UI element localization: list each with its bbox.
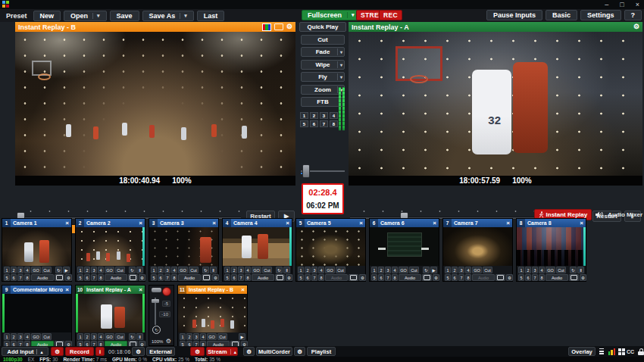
input-btn-3[interactable]: 3 — [91, 267, 97, 273]
input-btn-cut[interactable]: Cut — [336, 267, 345, 273]
input-title-bar[interactable]: 5Camera 5× — [296, 219, 365, 227]
input-btn-3[interactable]: 3 — [238, 267, 244, 273]
loop-button[interactable]: ↻ — [276, 267, 283, 273]
gear-button[interactable]: ⚙ — [65, 274, 72, 281]
input-thumbnail[interactable] — [149, 227, 218, 266]
gear-button[interactable]: ⚙ — [433, 274, 439, 281]
help-button[interactable]: ? — [624, 10, 642, 20]
input-btn-5[interactable]: 5 — [151, 274, 157, 281]
audio-button[interactable]: Audio — [31, 274, 54, 281]
close-input-button[interactable]: × — [286, 220, 289, 226]
input-title-bar[interactable]: 4Camera 4× — [223, 219, 292, 227]
input-btn-8[interactable]: 8 — [465, 274, 471, 281]
input-thumbnail[interactable] — [443, 227, 512, 266]
input-thumbnail[interactable] — [296, 227, 365, 266]
chevron-down-icon[interactable]: ▾ — [180, 13, 187, 19]
input-btn-5[interactable]: 5 — [371, 274, 377, 281]
input-btn-cut[interactable]: Cut — [556, 267, 566, 273]
audio-button[interactable]: Audio — [105, 274, 127, 281]
headphones-knob[interactable]: ↻ — [152, 326, 161, 334]
input-btn-1[interactable]: 1 — [298, 267, 304, 273]
input-thumbnail[interactable] — [223, 227, 292, 266]
input-btn-1[interactable]: 1 — [77, 267, 83, 273]
fullscreen-button[interactable]: Fullscreen▾ — [302, 10, 361, 20]
audio-button[interactable]: Audio — [178, 274, 201, 281]
external-settings-gear-button[interactable]: ⚙ — [132, 347, 145, 356]
input-btn-3[interactable]: 3 — [532, 267, 538, 273]
input-btn-3[interactable]: 3 — [193, 333, 199, 340]
audio-levels-icon[interactable] — [607, 347, 617, 356]
input-title-bar[interactable]: 8Camera 8× — [517, 219, 586, 227]
input-btn-go[interactable]: GO — [31, 267, 41, 273]
pause-button[interactable]: Ⅱ — [136, 267, 143, 273]
monitor-button[interactable] — [496, 274, 505, 281]
input-btn-6[interactable]: 6 — [525, 274, 531, 281]
gear-button[interactable]: ⚙ — [580, 274, 586, 281]
pause-button[interactable]: Ⅱ — [283, 267, 290, 273]
basic-button[interactable]: Basic — [546, 10, 577, 20]
input-tile-10[interactable]: 10Instant Replay - A×1234GOCut↻Ⅱ5678Audi… — [75, 285, 145, 348]
input-tile-1[interactable]: 1Camera 1×1234GOCut↻▶5678Audio⚙ — [2, 218, 72, 282]
input-btn-2[interactable]: 2 — [186, 333, 192, 340]
input-btn-5[interactable]: 5 — [518, 274, 524, 281]
multicorder-button[interactable]: MultiCorder — [256, 347, 292, 356]
input-btn-6[interactable]: 6 — [158, 274, 164, 281]
input-btn-1[interactable]: 1 — [4, 267, 10, 273]
number-button[interactable]: 8 — [330, 120, 338, 127]
speaker-icon[interactable] — [596, 211, 604, 218]
input-btn-5[interactable]: 5 — [298, 274, 304, 281]
input-btn-4[interactable]: 4 — [24, 267, 30, 273]
close-input-button[interactable]: × — [433, 220, 436, 226]
preview-b-video[interactable] — [15, 32, 295, 176]
loop-button[interactable]: ↻ — [202, 267, 209, 273]
play-button[interactable]: ▶ — [63, 267, 70, 273]
input-tile-4[interactable]: 4Camera 4×1234GOCut↻Ⅱ5678Audio⚙ — [222, 218, 292, 282]
input-btn-5[interactable]: 5 — [4, 274, 10, 281]
loop-button[interactable]: ↻ — [129, 267, 136, 273]
input-btn-6[interactable]: 6 — [84, 274, 90, 281]
audio-button[interactable]: Audio — [252, 274, 274, 281]
input-btn-1[interactable]: 1 — [77, 333, 83, 340]
lock-icon[interactable] — [635, 347, 643, 356]
input-btn-cut[interactable]: Cut — [483, 267, 492, 273]
input-btn-4[interactable]: 4 — [171, 267, 177, 273]
stream-button[interactable]: Stream▴ — [206, 347, 238, 356]
audio-button[interactable]: Audio — [472, 274, 495, 281]
gear-icon[interactable]: ⚙ — [286, 23, 292, 30]
input-btn-cut[interactable]: Cut — [189, 267, 199, 273]
input-btn-go[interactable]: GO — [31, 333, 41, 340]
close-input-button[interactable]: × — [65, 287, 69, 293]
input-btn-8[interactable]: 8 — [24, 274, 30, 281]
gear-button[interactable]: ⚙ — [359, 274, 366, 281]
input-btn-2[interactable]: 2 — [158, 267, 164, 273]
input-btn-go[interactable]: GO — [178, 267, 188, 273]
chevron-down-icon[interactable]: ▾ — [337, 73, 342, 80]
input-btn-4[interactable]: 4 — [318, 267, 324, 273]
overlay-button[interactable]: Overlay — [568, 347, 596, 356]
stream-settings-gear-button[interactable]: ⚙ — [190, 347, 205, 356]
close-input-button[interactable]: × — [580, 220, 583, 226]
number-button[interactable]: 6 — [310, 120, 318, 127]
chevron-down-icon[interactable]: ▾ — [347, 12, 355, 18]
multicorder-gear-button[interactable]: ⚙ — [243, 347, 255, 356]
fly-button[interactable]: Fly▾ — [301, 72, 345, 82]
settings-button[interactable]: Settings — [580, 10, 621, 20]
open-button[interactable]: Open▾ — [64, 11, 107, 21]
number-button[interactable]: 5 — [300, 120, 308, 127]
play-button[interactable]: ▶ — [430, 267, 437, 273]
input-tile-5[interactable]: 5Camera 5×1234GOCut5678Audio⚙ — [295, 218, 366, 282]
input-thumbnail[interactable] — [178, 294, 247, 332]
pause-button[interactable]: Ⅱ — [577, 267, 584, 273]
chevron-down-icon[interactable]: ▾ — [337, 61, 342, 68]
audio-button[interactable]: Audio — [546, 274, 568, 281]
input-btn-cut[interactable]: Cut — [409, 267, 419, 273]
input-btn-4[interactable]: 4 — [98, 333, 104, 340]
input-title-bar[interactable]: 2Camera 2× — [76, 219, 145, 227]
input-thumbnail[interactable] — [517, 227, 586, 266]
number-button[interactable]: 2 — [310, 112, 318, 119]
input-btn-6[interactable]: 6 — [11, 274, 17, 281]
input-thumbnail[interactable] — [370, 227, 439, 266]
input-btn-3[interactable]: 3 — [458, 267, 464, 273]
number-button[interactable]: 4 — [330, 112, 338, 119]
input-title-bar[interactable]: 11Instant Replay - B× — [178, 286, 247, 294]
